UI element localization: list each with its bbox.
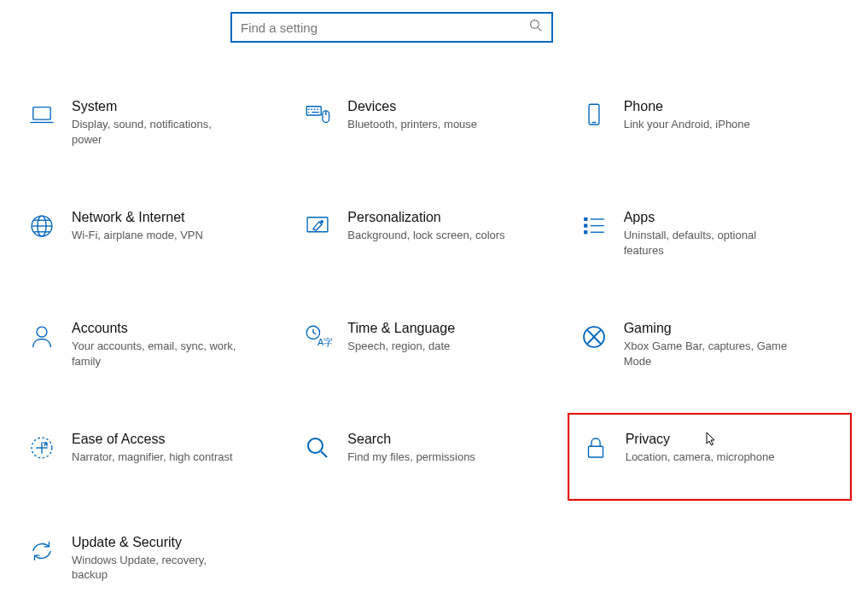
tile-title: Search	[347, 432, 475, 447]
svg-point-37	[308, 438, 323, 453]
tile-desc: Narrator, magnifier, high contrast	[72, 450, 233, 465]
tile-desc: Display, sound, notifications, power	[72, 117, 242, 147]
ease-of-access-icon	[27, 433, 56, 462]
keyboard-mouse-icon	[303, 101, 332, 130]
tile-update-security[interactable]: Update & Security Windows Update, recove…	[24, 530, 291, 588]
svg-point-28	[37, 327, 47, 337]
magnify-icon	[303, 433, 332, 462]
tile-title: Apps	[624, 210, 795, 225]
svg-line-1	[538, 27, 541, 31]
tile-system[interactable]: System Display, sound, notifications, po…	[24, 94, 291, 152]
tile-apps[interactable]: Apps Uninstall, defaults, optional featu…	[576, 205, 843, 263]
laptop-icon	[27, 101, 56, 130]
tile-desc: Uninstall, defaults, optional features	[624, 228, 795, 258]
svg-rect-13	[589, 104, 599, 125]
tile-desc: Bluetooth, printers, mouse	[347, 117, 477, 132]
lock-icon	[581, 433, 610, 462]
tile-privacy[interactable]: Privacy Location, camera, microphone	[568, 413, 852, 501]
tile-desc: Xbox Game Bar, captures, Game Mode	[624, 339, 795, 369]
update-icon	[27, 537, 56, 566]
svg-rect-4	[307, 107, 322, 115]
tile-title: Gaming	[624, 321, 795, 336]
svg-rect-2	[33, 107, 50, 119]
settings-grid: System Display, sound, notifications, po…	[24, 94, 843, 588]
tile-title: Network & Internet	[72, 210, 203, 225]
tile-desc: Find my files, permissions	[347, 450, 475, 465]
tile-title: Privacy	[626, 432, 775, 447]
tile-title: Update & Security	[72, 535, 242, 550]
svg-line-31	[313, 333, 316, 334]
tile-time-language[interactable]: A字 Time & Language Speech, region, date	[300, 316, 567, 374]
svg-rect-23	[584, 224, 587, 228]
tile-desc: Your accounts, email, sync, work, family	[72, 339, 242, 369]
phone-icon	[580, 101, 609, 130]
svg-text:A字: A字	[317, 337, 332, 347]
tile-phone[interactable]: Phone Link your Android, iPhone	[576, 94, 843, 152]
svg-point-0	[531, 20, 539, 29]
tile-title: Accounts	[72, 321, 242, 336]
tile-desc: Wi-Fi, airplane mode, VPN	[72, 228, 203, 243]
tile-desc: Background, lock screen, colors	[347, 228, 504, 243]
search-input[interactable]	[241, 20, 529, 35]
tile-title: System	[72, 99, 242, 114]
tile-gaming[interactable]: Gaming Xbox Game Bar, captures, Game Mod…	[576, 316, 843, 374]
tile-title: Devices	[347, 99, 477, 114]
tile-search[interactable]: Search Find my files, permissions	[300, 427, 567, 477]
apps-list-icon	[580, 212, 609, 241]
tile-title: Personalization	[347, 210, 504, 225]
svg-rect-22	[584, 218, 587, 221]
search-box[interactable]	[230, 12, 553, 43]
tile-network[interactable]: Network & Internet Wi-Fi, airplane mode,…	[24, 205, 291, 263]
tile-ease-of-access[interactable]: Ease of Access Narrator, magnifier, high…	[24, 427, 291, 477]
tile-desc: Link your Android, iPhone	[624, 117, 750, 132]
search-icon	[529, 19, 543, 36]
person-icon	[27, 322, 56, 351]
tile-personalization[interactable]: Personalization Background, lock screen,…	[300, 205, 567, 263]
svg-point-21	[321, 221, 323, 223]
tile-accounts[interactable]: Accounts Your accounts, email, sync, wor…	[24, 316, 291, 374]
time-language-icon: A字	[303, 322, 332, 351]
svg-line-38	[322, 452, 328, 458]
tile-title: Phone	[624, 99, 750, 114]
svg-rect-39	[588, 447, 603, 458]
tile-title: Time & Language	[347, 321, 455, 336]
globe-icon	[27, 212, 56, 241]
tile-desc: Speech, region, date	[347, 339, 455, 354]
cursor-icon	[706, 432, 718, 447]
xbox-icon	[580, 322, 609, 351]
tile-desc: Location, camera, microphone	[626, 450, 775, 465]
tile-title: Ease of Access	[72, 432, 233, 447]
paintbrush-icon	[303, 212, 332, 241]
svg-rect-24	[584, 230, 587, 234]
tile-devices[interactable]: Devices Bluetooth, printers, mouse	[300, 94, 567, 152]
tile-desc: Windows Update, recovery, backup	[72, 553, 242, 583]
